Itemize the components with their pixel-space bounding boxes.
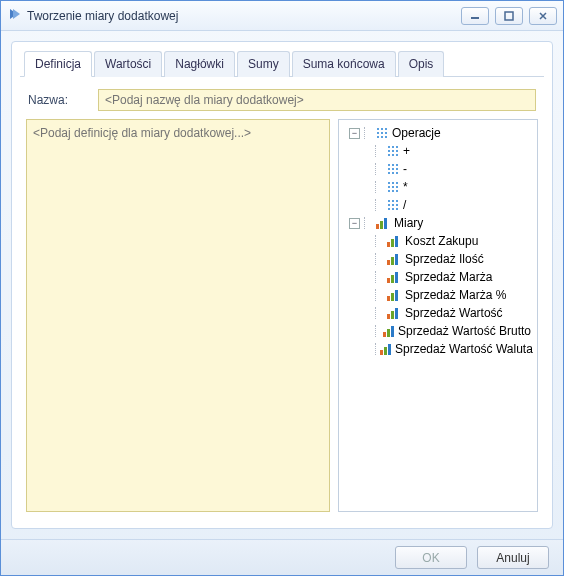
ok-button[interactable]: OK <box>395 546 467 569</box>
name-input[interactable] <box>98 89 536 111</box>
tab-description[interactable]: Opis <box>398 51 445 77</box>
app-icon <box>7 7 21 24</box>
tree-label: Sprzedaż Wartość Waluta <box>395 340 533 358</box>
close-button[interactable] <box>529 7 557 25</box>
minimize-button[interactable] <box>461 7 489 25</box>
tree-node-measure[interactable]: Sprzedaż Wartość Brutto <box>341 322 535 340</box>
tree-node-measure[interactable]: Koszt Zakupu <box>341 232 535 250</box>
tree-node-measure[interactable]: Sprzedaż Wartość <box>341 304 535 322</box>
tree-label: + <box>403 142 410 160</box>
window-title: Tworzenie miary dodatkowej <box>27 9 461 23</box>
maximize-button[interactable] <box>495 7 523 25</box>
tab-strip: Definicja Wartości Nagłówki Sumy Suma ko… <box>20 50 544 77</box>
measures-icon <box>376 217 390 229</box>
tab-sums[interactable]: Sumy <box>237 51 290 77</box>
tree-label: Koszt Zakupu <box>405 232 478 250</box>
operator-icon <box>387 163 399 175</box>
tree-node-op[interactable]: * <box>341 178 535 196</box>
tree-label: Sprzedaż Marża <box>405 268 492 286</box>
measure-icon <box>387 253 401 265</box>
tree-label: / <box>403 196 406 214</box>
window-controls <box>461 7 557 25</box>
tree-node-measure[interactable]: Sprzedaż Ilość <box>341 250 535 268</box>
definition-textarea[interactable] <box>26 119 330 512</box>
cancel-button[interactable]: Anuluj <box>477 546 549 569</box>
svg-rect-0 <box>471 17 479 19</box>
tab-headers[interactable]: Nagłówki <box>164 51 235 77</box>
tree-node-measure[interactable]: Sprzedaż Marża % <box>341 286 535 304</box>
titlebar: Tworzenie miary dodatkowej <box>1 1 563 31</box>
tree-label: Operacje <box>392 124 441 142</box>
tab-final-sum[interactable]: Suma końcowa <box>292 51 396 77</box>
button-bar: OK Anuluj <box>1 539 563 575</box>
tree-label: Sprzedaż Ilość <box>405 250 484 268</box>
collapse-icon[interactable]: − <box>349 218 360 229</box>
tree-label: Sprzedaż Wartość Brutto <box>398 322 531 340</box>
tree-label: Sprzedaż Wartość <box>405 304 503 322</box>
tree-node-measure[interactable]: Sprzedaż Wartość Waluta <box>341 340 535 358</box>
operations-icon <box>376 127 388 139</box>
svg-rect-1 <box>505 12 513 20</box>
split-area: − Operacje + - * / − Miary K <box>26 119 538 512</box>
tree-label: - <box>403 160 407 178</box>
collapse-icon[interactable]: − <box>349 128 360 139</box>
tab-definition[interactable]: Definicja <box>24 51 92 77</box>
tree-pane[interactable]: − Operacje + - * / − Miary K <box>338 119 538 512</box>
operator-icon <box>387 145 399 157</box>
measure-icon <box>380 343 391 355</box>
measure-icon <box>387 289 401 301</box>
tree-node-measure[interactable]: Sprzedaż Marża <box>341 268 535 286</box>
content-panel: Definicja Wartości Nagłówki Sumy Suma ko… <box>11 41 553 529</box>
name-label: Nazwa: <box>28 93 88 107</box>
operator-icon <box>387 181 399 193</box>
tree-label: * <box>403 178 408 196</box>
tree-label: Sprzedaż Marża % <box>405 286 506 304</box>
measure-icon <box>387 271 401 283</box>
measure-icon <box>383 325 394 337</box>
tree-node-measures[interactable]: − Miary <box>341 214 535 232</box>
tree-node-op[interactable]: - <box>341 160 535 178</box>
name-row: Nazwa: <box>26 89 538 111</box>
tree-label: Miary <box>394 214 423 232</box>
tree-node-operations[interactable]: − Operacje <box>341 124 535 142</box>
tab-body: Nazwa: − Operacje + - * / <box>20 77 544 518</box>
measure-icon <box>387 307 401 319</box>
tree-node-op[interactable]: / <box>341 196 535 214</box>
measure-icon <box>387 235 401 247</box>
tab-values[interactable]: Wartości <box>94 51 162 77</box>
tree-node-op[interactable]: + <box>341 142 535 160</box>
dialog-window: Tworzenie miary dodatkowej Definicja War… <box>0 0 564 576</box>
operator-icon <box>387 199 399 211</box>
